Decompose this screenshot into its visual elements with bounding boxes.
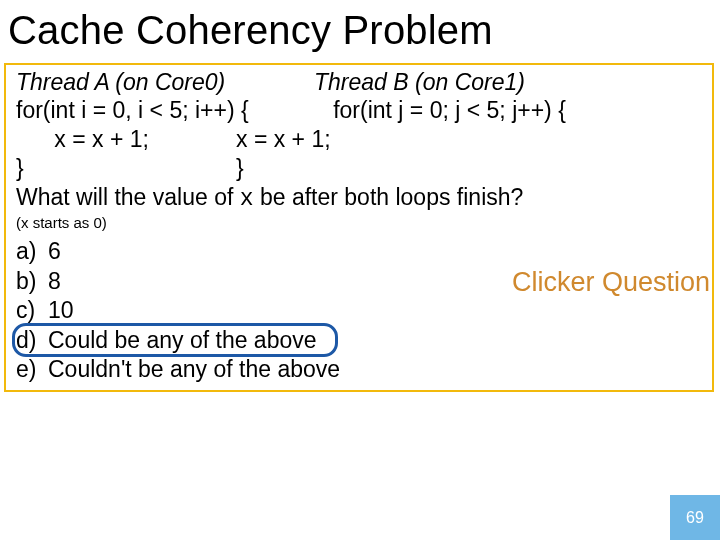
thread-b-header: Thread B (on Core1) [314,69,525,96]
code-row-2: x = x + 1; x = x + 1; [16,125,706,154]
thread-a-line1: for(int i = 0, i < 5; i++) { [16,96,314,125]
option-c-text: 10 [48,296,74,325]
thread-b-line2: x = x + 1; [236,125,331,154]
code-row-3: } } [16,154,706,183]
option-b-label: b) [16,267,48,296]
page-number-box: 69 [670,495,720,540]
option-b-text: 8 [48,267,61,296]
option-a: a) 6 [16,237,706,266]
option-e-text: Couldn't be any of the above [48,355,340,384]
thread-b-line3: } [236,154,244,183]
question-post: be after both loops finish? [254,184,524,210]
slide-title: Cache Coherency Problem [0,0,720,59]
page-number: 69 [686,509,704,527]
option-d-text: Could be any of the above [48,326,317,355]
thread-a-line3: } [16,154,236,183]
thread-a-line2: x = x + 1; [16,125,236,154]
thread-b-line1: for(int j = 0; j < 5; j++) { [314,96,566,125]
content-box: Thread A (on Core0) Thread B (on Core1) … [4,63,714,392]
option-c-label: c) [16,296,48,325]
code-row-1: for(int i = 0, i < 5; i++) { for(int j =… [16,96,706,125]
question-var: x [240,186,254,212]
clicker-label: Clicker Question [512,267,710,298]
option-d-label: d) [16,326,48,355]
option-e-label: e) [16,355,48,384]
options-list: a) 6 b) 8 c) 10 d) Could be any of the a… [16,237,706,384]
option-e: e) Couldn't be any of the above [16,355,706,384]
option-d: d) Could be any of the above [16,326,706,355]
slide: Cache Coherency Problem Thread A (on Cor… [0,0,720,540]
start-note: (x starts as 0) [16,214,706,231]
thread-a-header: Thread A (on Core0) [16,69,314,96]
question-pre: What will the value of [16,184,240,210]
question-text: What will the value of x be after both l… [16,184,706,212]
option-a-text: 6 [48,237,61,266]
options-wrap: a) 6 b) 8 c) 10 d) Could be any of the a… [16,237,706,384]
option-a-label: a) [16,237,48,266]
thread-headers: Thread A (on Core0) Thread B (on Core1) [16,69,706,96]
option-c: c) 10 [16,296,706,325]
